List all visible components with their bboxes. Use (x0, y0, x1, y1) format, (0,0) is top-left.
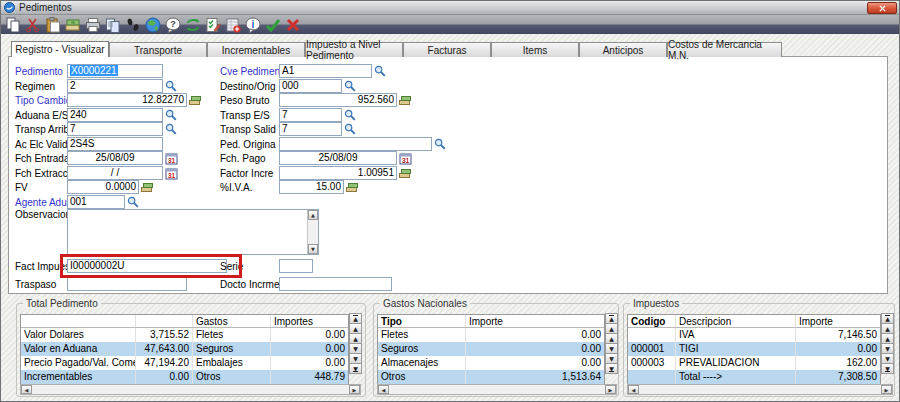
cell: 0.00 (136, 370, 193, 384)
search-icon[interactable] (165, 109, 177, 121)
fact-impuest-label: Fact Impuest (15, 261, 67, 272)
table-row[interactable]: 000001 TIGI 0.00 (628, 342, 880, 356)
paste-button[interactable] (43, 15, 63, 34)
fv-label: FV (15, 182, 67, 193)
horizontal-scrollbar[interactable]: ◀ ▶ (377, 384, 617, 395)
search-icon[interactable] (344, 123, 356, 135)
copies-button[interactable] (103, 15, 123, 34)
info-icon: i (244, 16, 262, 34)
table-row[interactable]: IVA 7,146.50 (628, 328, 880, 342)
tipo-cambio-input[interactable]: 12.82270 (67, 93, 187, 107)
exchange-button[interactable] (183, 15, 203, 34)
cell: Seguros (193, 342, 271, 356)
destino-orig-input[interactable]: 000 (279, 79, 342, 93)
cut-button[interactable] (23, 15, 43, 34)
horizontal-scrollbar[interactable]: ◀ ▶ (20, 384, 361, 395)
table-row[interactable]: Precio Pagado/Val. Comer 47,194.20 Embal… (21, 356, 348, 370)
horizontal-scrollbar[interactable]: ◀ ▶ (627, 384, 893, 395)
iva-pct-input[interactable]: 15.00 (279, 180, 344, 194)
scroll-right-icon[interactable]: ▶ (349, 385, 360, 394)
observacion-textarea[interactable]: ▲ ▼ (67, 209, 319, 255)
table-row[interactable]: Fletes 0.00 (378, 328, 604, 342)
table-row[interactable]: Almacenajes 0.00 (378, 356, 604, 370)
tab-incrementables[interactable]: Incrementables (207, 42, 305, 57)
print-button[interactable] (83, 15, 103, 34)
scroll-right-icon[interactable]: ▶ (881, 385, 892, 394)
tab-facturas[interactable]: Facturas (403, 42, 491, 57)
scroll-right-icon[interactable]: ▶ (605, 385, 616, 394)
pedimento-label: Pedimento (15, 66, 67, 77)
group-gastos-nacionales: Gastos Nacionales Tipo Importe Fletes 0.… (373, 303, 619, 397)
regimen-input[interactable]: 2 (67, 79, 163, 93)
tab-transporte[interactable]: Transporte (109, 42, 207, 57)
close-button[interactable] (867, 2, 897, 14)
tab-impuesto-nivel-pedimento[interactable]: Impuesto a Nivel Pedimento (305, 42, 403, 57)
info-button[interactable]: i (243, 15, 263, 34)
aduana-input[interactable]: 240 (67, 108, 163, 122)
fch-pago-input[interactable]: 25/08/09 (279, 151, 397, 165)
search-icon[interactable] (434, 138, 446, 150)
scroll-bottom-icon[interactable]: ▼ (881, 363, 894, 374)
factor-incre-input[interactable]: 1.00951 (279, 166, 397, 180)
tab-registro-visualizar[interactable]: Registro - Visualizar (11, 41, 109, 57)
search-icon[interactable] (165, 80, 177, 92)
scroll-bottom-icon[interactable]: ▼ (349, 363, 362, 374)
search-icon[interactable] (344, 109, 356, 121)
validate-button[interactable] (203, 15, 223, 34)
calendar-icon[interactable]: 31 (399, 152, 412, 165)
money-icon (64, 16, 82, 34)
table-row[interactable]: 000003 PREVALIDACION 162.00 (628, 356, 880, 370)
ok-button[interactable] (263, 15, 283, 34)
scroll-left-icon[interactable]: ◀ (21, 385, 32, 394)
cell: 47,194.20 (136, 356, 193, 370)
search-icon[interactable] (127, 196, 139, 208)
table-row[interactable]: Otros 1,513.64 (378, 370, 604, 384)
transp-es-input[interactable]: 7 (279, 108, 342, 122)
traspaso-input[interactable] (67, 277, 187, 291)
cve-pediment-input[interactable]: A1 (279, 64, 372, 78)
table-row[interactable]: Total ----> 7,308.50 (628, 370, 880, 384)
help-button[interactable]: ? (163, 15, 183, 34)
fv-input[interactable]: 0.0000 (67, 180, 139, 194)
scroll-left-icon[interactable]: ◀ (628, 385, 639, 394)
table-row[interactable]: Seguros 0.00 (378, 342, 604, 356)
calendar-icon[interactable]: 31 (165, 152, 178, 165)
search-icon[interactable] (165, 123, 177, 135)
add-record-button[interactable] (223, 15, 243, 34)
header-cell: Importe (466, 315, 604, 327)
tab-costos-mercancia[interactable]: Costos de Mercancia M.N. (667, 42, 782, 57)
tab-items[interactable]: Items (491, 42, 579, 57)
fch-extracci-input[interactable]: / / (67, 166, 163, 180)
copy-button[interactable] (3, 15, 23, 34)
fact-impuest-input[interactable]: I00000002U (67, 259, 227, 273)
calendar-icon[interactable]: 31 (165, 167, 178, 180)
money-button[interactable] (63, 15, 83, 34)
footprints-icon (124, 16, 142, 34)
docto-incrme-input[interactable] (279, 277, 392, 291)
transp-salid-input[interactable]: 7 (279, 122, 342, 136)
transp-arrib-input[interactable]: 7 (67, 122, 163, 136)
search-icon[interactable] (374, 65, 386, 77)
search-icon[interactable] (344, 80, 356, 92)
scroll-up-icon[interactable]: ▲ (308, 210, 318, 220)
web-button[interactable] (143, 15, 163, 34)
ac-elc-valid-input[interactable]: 2S4S (67, 137, 163, 151)
serie-input[interactable] (279, 259, 313, 273)
cancel-button[interactable] (283, 15, 303, 34)
pedimento-input[interactable]: X0000221 (67, 64, 163, 78)
table-row[interactable]: Valor Dolares 3,715.52 Fletes 0.00 (21, 328, 348, 342)
agente-aduan-input[interactable]: 001 (67, 195, 125, 209)
table-row[interactable]: Valor en Aduana 47,643.00 Seguros 0.00 (21, 342, 348, 356)
trace-button[interactable] (123, 15, 143, 34)
tab-label: Anticipos (603, 45, 644, 56)
scroll-bottom-icon[interactable]: ▼ (605, 363, 618, 374)
fch-entrada-input[interactable]: 25/08/09 (67, 151, 163, 165)
peso-bruto-input[interactable]: 952.560 (279, 93, 397, 107)
textarea-scrollbar[interactable]: ▲ ▼ (307, 210, 318, 254)
scroll-down-icon[interactable]: ▼ (308, 244, 318, 254)
scroll-left-icon[interactable]: ◀ (378, 385, 389, 394)
tab-anticipos[interactable]: Anticipos (579, 42, 667, 57)
ped-origina-input[interactable] (279, 137, 432, 151)
table-row[interactable]: Incrementables 0.00 Otros 448.79 (21, 370, 348, 384)
refresh-icon (184, 16, 202, 34)
